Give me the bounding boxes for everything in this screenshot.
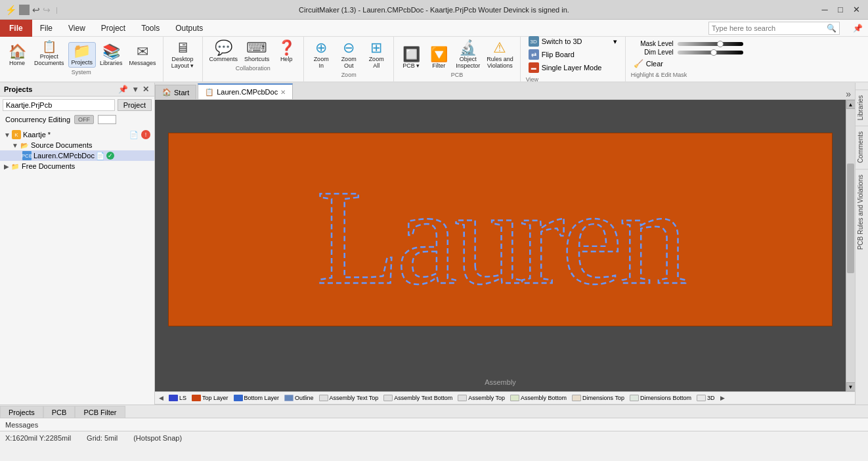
single-layer-mode-button[interactable]: ▬ Single Layer Mode bbox=[526, 62, 620, 74]
left-panel: Projects 📌 ▾ ✕ Project Concurrency Editi… bbox=[0, 83, 155, 405]
dim-level-label: Dim Level bbox=[631, 49, 674, 56]
lauren-tab-close[interactable]: ✕ bbox=[280, 89, 286, 96]
quick-save-icon[interactable] bbox=[19, 5, 30, 15]
maximize-button[interactable]: □ bbox=[834, 4, 847, 16]
panel-title: Projects bbox=[4, 85, 32, 93]
menu-home[interactable]: File bbox=[32, 20, 60, 37]
mask-level-slider[interactable] bbox=[678, 42, 743, 46]
tab-pcb-bottom[interactable]: PCB bbox=[43, 406, 76, 418]
concurrency-toggle[interactable]: OFF bbox=[74, 115, 94, 124]
panel-close-icon[interactable]: ✕ bbox=[141, 85, 150, 94]
mask-level-thumb[interactable] bbox=[717, 41, 724, 47]
layer-assembly-text-bottom-label: Assembly Text Bottom bbox=[394, 395, 452, 401]
vtab-pcb-rules[interactable]: PCB Rules and Violations bbox=[856, 169, 868, 255]
toggle-box[interactable] bbox=[98, 115, 116, 124]
tree-item-kaartje[interactable]: ▼ K Kaartje * 📄 ! bbox=[0, 129, 154, 140]
pcb-button[interactable]: 🔲 PCB ▾ bbox=[398, 46, 424, 70]
layer-assembly-bottom[interactable]: Assembly Bottom bbox=[509, 395, 568, 401]
tab-start[interactable]: 🏠 Start bbox=[155, 85, 196, 99]
home-button[interactable]: 🏠 Home bbox=[4, 43, 30, 68]
project-tree: ▼ K Kaartje * 📄 ! ▼ 📂 Source Documents P… bbox=[0, 127, 154, 405]
redo-icon[interactable]: ↪ bbox=[43, 5, 51, 15]
zoom-all-button[interactable]: ⊞ ZoomAll bbox=[363, 39, 389, 70]
ribbon-group-collaboration: 💬 Comments ⌨ Shortcuts ❓ Help Collaborat… bbox=[203, 37, 305, 81]
panel-menu-icon[interactable]: ▾ bbox=[132, 85, 139, 94]
search-input[interactable] bbox=[712, 24, 827, 32]
project-docs-button[interactable]: 📋 ProjectDocuments bbox=[32, 39, 67, 68]
vtab-libraries[interactable]: Libraries bbox=[856, 89, 868, 125]
layers-scroll-left[interactable]: ◀ bbox=[158, 395, 165, 401]
scroll-thumb[interactable] bbox=[847, 164, 854, 273]
object-inspector-button[interactable]: 🔬 ObjectInspector bbox=[453, 39, 483, 70]
layer-ls[interactable]: LS bbox=[167, 395, 188, 401]
switch-to-3d-button[interactable]: 3D Switch to 3D ▾ bbox=[526, 35, 620, 47]
layer-3d[interactable]: 3D bbox=[695, 395, 716, 401]
layer-dimensions-top[interactable]: Dimensions Top bbox=[571, 395, 626, 401]
scroll-up-button[interactable]: ▲ bbox=[846, 100, 856, 109]
scroll-track[interactable] bbox=[846, 109, 855, 382]
help-button[interactable]: ❓ Help bbox=[273, 39, 299, 64]
pcb-canvas[interactable]: @font-face {} Lauren Assembly bbox=[155, 100, 846, 391]
project-button[interactable]: Project bbox=[118, 99, 152, 111]
comments-label: Comments bbox=[209, 56, 238, 62]
dim-level-slider[interactable] bbox=[678, 51, 743, 55]
file-menu-button[interactable]: File bbox=[0, 20, 32, 37]
rules-violations-label: Rules andViolations bbox=[487, 56, 513, 69]
close-button[interactable]: ✕ bbox=[850, 4, 863, 16]
minimize-button[interactable]: ─ bbox=[818, 4, 831, 16]
vtab-comments[interactable]: Comments bbox=[856, 125, 868, 168]
coords-display: X:1620mil Y:2285mil bbox=[5, 434, 71, 442]
layer-assembly-text-top[interactable]: Assembly Text Top bbox=[318, 395, 380, 401]
menu-tools[interactable]: Tools bbox=[133, 20, 167, 37]
switch-to-3d-label: Switch to 3D bbox=[542, 37, 582, 45]
shortcuts-button[interactable]: ⌨ Shortcuts bbox=[242, 39, 272, 64]
filter-button[interactable]: 🔽 Filter bbox=[425, 46, 452, 70]
layer-assembly-text-bottom[interactable]: Assembly Text Bottom bbox=[382, 395, 454, 401]
zoom-out-button[interactable]: ⊖ ZoomOut bbox=[336, 39, 362, 70]
layer-top[interactable]: Top Layer bbox=[190, 395, 230, 401]
project-docs-label: ProjectDocuments bbox=[34, 53, 64, 66]
menu-outputs[interactable]: Outputs bbox=[167, 20, 211, 37]
layer-assembly-top-label: Assembly Top bbox=[468, 395, 505, 401]
tree-item-lauren-pcb[interactable]: PCB Lauren.CMPcbDoc 📄 ✓ bbox=[0, 150, 154, 161]
clear-button[interactable]: 🧹 Clear bbox=[631, 58, 752, 69]
status-bar: X:1620mil Y:2285mil Grid: 5mil (Hotspot … bbox=[0, 431, 868, 444]
undo-icon[interactable]: ↩ bbox=[32, 5, 40, 15]
menu-project[interactable]: Project bbox=[93, 20, 133, 37]
lauren-pcb-label: Lauren.CMPcbDoc bbox=[33, 152, 95, 160]
tab-expand-icon[interactable]: » bbox=[842, 89, 855, 99]
flip-board-button[interactable]: ⇄ Flip Board bbox=[526, 49, 620, 60]
single-layer-icon: ▬ bbox=[529, 62, 539, 73]
document-tabs: 🏠 Start 📋 Lauren.CMPcbDoc ✕ » bbox=[155, 83, 855, 100]
projects-button[interactable]: 📁 Projects bbox=[68, 42, 97, 68]
tab-lauren-doc[interactable]: 📋 Lauren.CMPcbDoc ✕ bbox=[198, 83, 293, 99]
comments-button[interactable]: 💬 Comments bbox=[207, 39, 241, 64]
layer-assembly-top[interactable]: Assembly Top bbox=[456, 395, 506, 401]
rules-violations-button[interactable]: ⚠ Rules andViolations bbox=[484, 39, 516, 70]
panel-pin-icon[interactable]: 📌 bbox=[117, 85, 129, 94]
zoom-in-button[interactable]: ⊕ ZoomIn bbox=[308, 39, 334, 70]
search-bar[interactable]: 🔍 bbox=[708, 22, 840, 35]
layers-scroll-right[interactable]: ▶ bbox=[719, 395, 726, 401]
libraries-icon: 📚 bbox=[102, 45, 120, 59]
tab-projects-bottom[interactable]: Projects bbox=[0, 406, 43, 418]
kaartje-project-icon: K bbox=[12, 130, 21, 139]
vertical-scrollbar[interactable]: ▲ ▼ bbox=[846, 100, 855, 391]
libraries-button[interactable]: 📚 Libraries bbox=[97, 43, 125, 68]
project-search-input[interactable] bbox=[3, 99, 115, 111]
help-pin-icon[interactable]: 📌 bbox=[853, 24, 863, 33]
mask-level-label: Mask Level bbox=[631, 40, 674, 47]
menu-view[interactable]: View bbox=[60, 20, 93, 37]
messages-button[interactable]: ✉ Messages bbox=[127, 43, 159, 68]
layer-bottom[interactable]: Bottom Layer bbox=[232, 395, 281, 401]
tree-item-free-docs[interactable]: ▶ 📁 Free Documents bbox=[0, 161, 154, 171]
layer-outline[interactable]: Outline bbox=[283, 395, 315, 401]
desktop-layout-button[interactable]: 🖥 DesktopLayout ▾ bbox=[169, 39, 197, 70]
scroll-down-button[interactable]: ▼ bbox=[846, 382, 856, 391]
switch-3d-arrow: ▾ bbox=[613, 37, 617, 46]
layer-dimensions-bottom[interactable]: Dimensions Bottom bbox=[628, 395, 693, 401]
dim-level-thumb[interactable] bbox=[710, 49, 717, 56]
tree-item-source-docs[interactable]: ▼ 📂 Source Documents bbox=[0, 140, 154, 150]
tab-pcb-filter-bottom[interactable]: PCB Filter bbox=[75, 406, 125, 418]
pcb-group-label: PCB bbox=[451, 72, 464, 78]
